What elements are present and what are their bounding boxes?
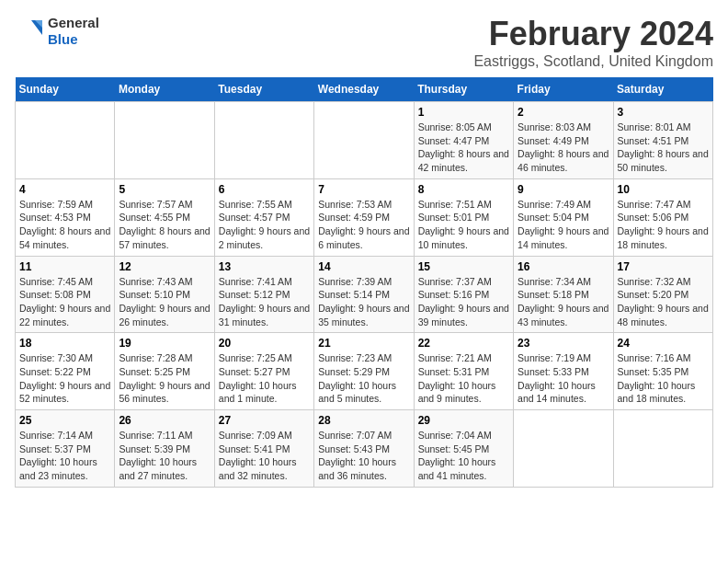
cell-week1-day3 — [314, 102, 414, 179]
day-number: 16 — [518, 260, 609, 273]
day-number: 11 — [19, 260, 110, 273]
day-number: 6 — [219, 183, 310, 196]
day-info: Sunrise: 7:30 AMSunset: 5:22 PMDaylight:… — [19, 351, 110, 406]
logo-general: General — [48, 15, 99, 30]
day-number: 25 — [19, 414, 110, 427]
cell-week5-day3: 28 Sunrise: 7:07 AMSunset: 5:43 PMDaylig… — [314, 410, 414, 488]
day-info: Sunrise: 7:16 AMSunset: 5:35 PMDaylight:… — [618, 351, 709, 406]
subtitle: Eastriggs, Scotland, United Kingdom — [473, 53, 713, 70]
cell-week4-day3: 21 Sunrise: 7:23 AMSunset: 5:29 PMDaylig… — [314, 333, 414, 410]
day-number: 3 — [618, 106, 709, 119]
header-sunday: Sunday — [16, 77, 115, 102]
cell-week5-day0: 25 Sunrise: 7:14 AMSunset: 5:37 PMDaylig… — [16, 410, 115, 488]
day-info: Sunrise: 7:07 AMSunset: 5:43 PMDaylight:… — [318, 429, 409, 483]
day-number: 7 — [318, 183, 409, 196]
cell-week4-day2: 20 Sunrise: 7:25 AMSunset: 5:27 PMDaylig… — [214, 333, 313, 410]
day-number: 21 — [318, 337, 409, 350]
day-number: 12 — [119, 260, 210, 273]
header-thursday: Thursday — [414, 77, 513, 102]
logo-blue: Blue — [48, 31, 78, 47]
week-row-4: 18 Sunrise: 7:30 AMSunset: 5:22 PMDaylig… — [16, 333, 713, 410]
day-number: 5 — [119, 183, 210, 196]
header-monday: Monday — [115, 77, 214, 102]
day-info: Sunrise: 7:14 AMSunset: 5:37 PMDaylight:… — [19, 429, 110, 483]
cell-week1-day5: 2 Sunrise: 8:03 AMSunset: 4:49 PMDayligh… — [514, 102, 613, 179]
day-info: Sunrise: 7:21 AMSunset: 5:31 PMDaylight:… — [418, 351, 509, 406]
day-number: 26 — [119, 414, 210, 427]
cell-week2-day4: 8 Sunrise: 7:51 AMSunset: 5:01 PMDayligh… — [414, 178, 513, 256]
week-row-5: 25 Sunrise: 7:14 AMSunset: 5:37 PMDaylig… — [16, 410, 713, 488]
day-number: 22 — [418, 337, 509, 350]
cell-week3-day5: 16 Sunrise: 7:34 AMSunset: 5:18 PMDaylig… — [514, 256, 613, 333]
day-info: Sunrise: 7:59 AMSunset: 4:53 PMDaylight:… — [19, 198, 110, 252]
day-number: 19 — [119, 337, 210, 350]
day-info: Sunrise: 7:11 AMSunset: 5:39 PMDaylight:… — [119, 429, 210, 483]
header-friday: Friday — [514, 77, 613, 102]
day-number: 20 — [219, 337, 310, 350]
cell-week5-day2: 27 Sunrise: 7:09 AMSunset: 5:41 PMDaylig… — [214, 410, 313, 488]
cell-week5-day5 — [514, 410, 613, 488]
header: General Blue February 2024 Eastriggs, Sc… — [15, 15, 713, 70]
day-info: Sunrise: 7:32 AMSunset: 5:20 PMDaylight:… — [618, 275, 709, 329]
day-number: 27 — [219, 414, 310, 427]
day-info: Sunrise: 7:51 AMSunset: 5:01 PMDaylight:… — [418, 198, 509, 252]
logo-graphic — [15, 17, 44, 46]
cell-week1-day0 — [16, 102, 115, 179]
cell-week1-day2 — [214, 102, 313, 179]
day-info: Sunrise: 7:45 AMSunset: 5:08 PMDaylight:… — [19, 275, 110, 329]
cell-week4-day1: 19 Sunrise: 7:28 AMSunset: 5:25 PMDaylig… — [115, 333, 214, 410]
calendar-table: SundayMondayTuesdayWednesdayThursdayFrid… — [15, 77, 713, 488]
cell-week3-day4: 15 Sunrise: 7:37 AMSunset: 5:16 PMDaylig… — [414, 256, 513, 333]
cell-week4-day6: 24 Sunrise: 7:16 AMSunset: 5:35 PMDaylig… — [613, 333, 712, 410]
day-info: Sunrise: 7:28 AMSunset: 5:25 PMDaylight:… — [119, 351, 210, 406]
header-wednesday: Wednesday — [314, 77, 414, 102]
day-info: Sunrise: 7:39 AMSunset: 5:14 PMDaylight:… — [318, 275, 409, 329]
day-number: 18 — [19, 337, 110, 350]
day-info: Sunrise: 7:23 AMSunset: 5:29 PMDaylight:… — [318, 351, 409, 406]
cell-week3-day1: 12 Sunrise: 7:43 AMSunset: 5:10 PMDaylig… — [115, 256, 214, 333]
day-number: 13 — [219, 260, 310, 273]
day-number: 4 — [19, 183, 110, 196]
cell-week3-day2: 13 Sunrise: 7:41 AMSunset: 5:12 PMDaylig… — [214, 256, 313, 333]
day-info: Sunrise: 7:19 AMSunset: 5:33 PMDaylight:… — [518, 351, 609, 406]
cell-week3-day3: 14 Sunrise: 7:39 AMSunset: 5:14 PMDaylig… — [314, 256, 414, 333]
day-info: Sunrise: 7:53 AMSunset: 4:59 PMDaylight:… — [318, 198, 409, 252]
cell-week3-day0: 11 Sunrise: 7:45 AMSunset: 5:08 PMDaylig… — [16, 256, 115, 333]
cell-week5-day6 — [613, 410, 712, 488]
cell-week4-day0: 18 Sunrise: 7:30 AMSunset: 5:22 PMDaylig… — [16, 333, 115, 410]
day-info: Sunrise: 7:57 AMSunset: 4:55 PMDaylight:… — [119, 198, 210, 252]
cell-week2-day3: 7 Sunrise: 7:53 AMSunset: 4:59 PMDayligh… — [314, 178, 414, 256]
day-number: 24 — [618, 337, 709, 350]
day-info: Sunrise: 8:05 AMSunset: 4:47 PMDaylight:… — [418, 121, 509, 175]
calendar-header-row: SundayMondayTuesdayWednesdayThursdayFrid… — [16, 77, 713, 102]
day-number: 29 — [418, 414, 509, 427]
cell-week1-day4: 1 Sunrise: 8:05 AMSunset: 4:47 PMDayligh… — [414, 102, 513, 179]
day-number: 17 — [618, 260, 709, 273]
cell-week1-day6: 3 Sunrise: 8:01 AMSunset: 4:51 PMDayligh… — [613, 102, 712, 179]
title-area: February 2024 Eastriggs, Scotland, Unite… — [473, 15, 713, 70]
header-saturday: Saturday — [613, 77, 712, 102]
cell-week2-day2: 6 Sunrise: 7:55 AMSunset: 4:57 PMDayligh… — [214, 178, 313, 256]
main-title: February 2024 — [473, 15, 713, 53]
day-number: 10 — [618, 183, 709, 196]
week-row-1: 1 Sunrise: 8:05 AMSunset: 4:47 PMDayligh… — [16, 102, 713, 179]
cell-week2-day1: 5 Sunrise: 7:57 AMSunset: 4:55 PMDayligh… — [115, 178, 214, 256]
day-info: Sunrise: 8:03 AMSunset: 4:49 PMDaylight:… — [518, 121, 609, 175]
cell-week5-day4: 29 Sunrise: 7:04 AMSunset: 5:45 PMDaylig… — [414, 410, 513, 488]
cell-week4-day5: 23 Sunrise: 7:19 AMSunset: 5:33 PMDaylig… — [514, 333, 613, 410]
day-info: Sunrise: 7:43 AMSunset: 5:10 PMDaylight:… — [119, 275, 210, 329]
day-info: Sunrise: 7:25 AMSunset: 5:27 PMDaylight:… — [219, 351, 310, 406]
day-info: Sunrise: 7:04 AMSunset: 5:45 PMDaylight:… — [418, 429, 509, 483]
day-info: Sunrise: 7:41 AMSunset: 5:12 PMDaylight:… — [219, 275, 310, 329]
week-row-3: 11 Sunrise: 7:45 AMSunset: 5:08 PMDaylig… — [16, 256, 713, 333]
day-info: Sunrise: 8:01 AMSunset: 4:51 PMDaylight:… — [618, 121, 709, 175]
logo: General Blue — [15, 15, 99, 48]
day-number: 9 — [518, 183, 609, 196]
cell-week5-day1: 26 Sunrise: 7:11 AMSunset: 5:39 PMDaylig… — [115, 410, 214, 488]
day-number: 2 — [518, 106, 609, 119]
cell-week1-day1 — [115, 102, 214, 179]
day-number: 23 — [518, 337, 609, 350]
day-number: 15 — [418, 260, 509, 273]
cell-week3-day6: 17 Sunrise: 7:32 AMSunset: 5:20 PMDaylig… — [613, 256, 712, 333]
day-number: 8 — [418, 183, 509, 196]
